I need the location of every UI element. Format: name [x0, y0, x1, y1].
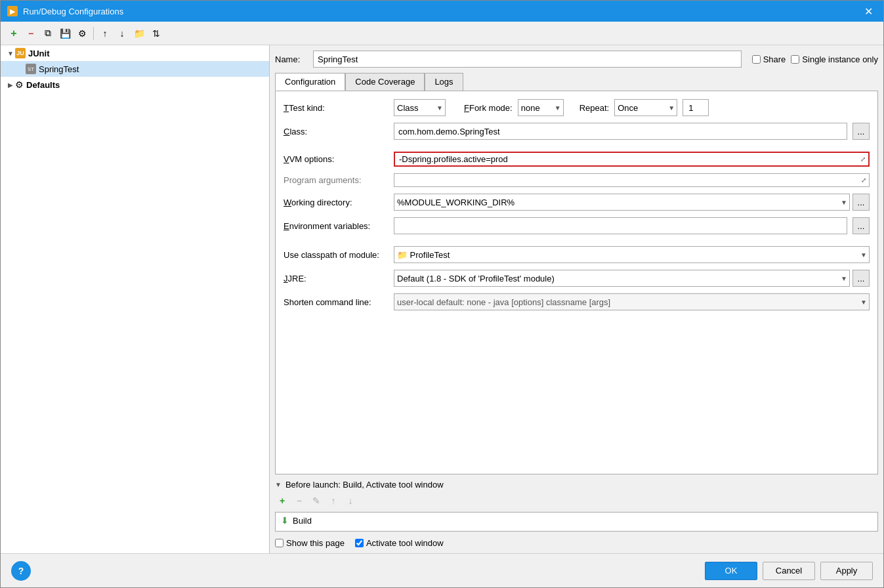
move-up-button[interactable]: ↑: [97, 26, 113, 41]
help-button[interactable]: ?: [11, 561, 31, 581]
show-page-checkbox[interactable]: [275, 539, 284, 547]
before-launch-label: Before launch: Build, Activate tool wind…: [285, 480, 444, 490]
defaults-triangle: ▶: [6, 80, 15, 89]
tab-configuration[interactable]: Configuration: [275, 73, 345, 91]
fork-mode-select[interactable]: none method class: [518, 99, 564, 116]
tab-code-coverage[interactable]: Code Coverage: [345, 73, 425, 91]
sidebar-item-springtest[interactable]: ▶ ST SpringTest: [1, 61, 269, 77]
env-vars-input[interactable]: [394, 217, 847, 234]
share-label: Share: [763, 54, 786, 64]
shorten-cmd-select[interactable]: user-local default: none - java [options…: [394, 293, 870, 310]
dialog-footer: ? OK Cancel Apply: [1, 553, 883, 587]
working-dir-label: Working directory:: [284, 198, 389, 207]
before-launch-section: ▼ Before launch: Build, Activate tool wi…: [275, 480, 878, 548]
shorten-cmd-row: Shorten command line: user-local default…: [284, 293, 870, 310]
working-dir-browse-button[interactable]: ...: [852, 194, 870, 211]
jre-select-wrapper: Default (1.8 - SDK of 'ProfileTest' modu…: [394, 270, 850, 287]
tab-logs[interactable]: Logs: [425, 73, 463, 91]
classpath-row: Use classpath of module: 📁 ProfileTest ▼: [284, 246, 870, 263]
before-launch-toolbar: + − ✎ ↑ ↓: [275, 494, 878, 508]
show-page-label: Show this page: [286, 538, 345, 548]
jre-browse-button[interactable]: ...: [852, 270, 870, 287]
jre-controls: Default (1.8 - SDK of 'ProfileTest' modu…: [394, 270, 870, 287]
sort-button[interactable]: ⇅: [148, 26, 164, 41]
working-dir-row: Working directory: %MODULE_WORKING_DIR% …: [284, 194, 870, 211]
vm-options-label: VVM options:: [284, 154, 389, 164]
working-dir-select[interactable]: %MODULE_WORKING_DIR%: [394, 194, 850, 211]
class-row: Class: ...: [284, 123, 870, 140]
name-label: Name:: [275, 54, 308, 64]
working-dir-select-wrapper: %MODULE_WORKING_DIR% ▼: [394, 194, 850, 211]
fork-mode-select-wrapper: none method class ▼: [518, 99, 564, 116]
program-args-input[interactable]: [394, 174, 858, 186]
before-launch-add-button[interactable]: +: [275, 494, 289, 508]
apply-button[interactable]: Apply: [820, 562, 873, 580]
class-browse-button[interactable]: ...: [852, 123, 870, 140]
test-kind-select[interactable]: Class Method Pattern Category: [394, 99, 446, 116]
sidebar-item-defaults[interactable]: ▶ ⚙ Defaults: [1, 77, 269, 93]
defaults-label: Defaults: [26, 80, 60, 90]
single-instance-checkbox[interactable]: [791, 55, 799, 64]
share-checkbox[interactable]: [752, 55, 761, 64]
test-kind-underline: T: [284, 103, 289, 113]
before-launch-edit-button[interactable]: ✎: [309, 494, 324, 508]
repeat-count-input[interactable]: [683, 99, 709, 116]
settings-button[interactable]: ⚙: [74, 26, 90, 41]
title-bar-left: ▶ Run/Debug Configurations: [7, 6, 123, 16]
class-input[interactable]: [394, 123, 847, 140]
before-launch-remove-button[interactable]: −: [292, 494, 306, 508]
show-page-checkbox-label[interactable]: Show this page: [275, 538, 345, 548]
working-dir-controls: %MODULE_WORKING_DIR% ▼ ...: [394, 194, 870, 211]
vm-options-input[interactable]: [395, 153, 858, 165]
add-config-button[interactable]: +: [6, 26, 22, 41]
move-down-button[interactable]: ↓: [114, 26, 130, 41]
env-vars-browse-button[interactable]: ...: [852, 217, 870, 234]
spacer-2: [284, 241, 870, 246]
ok-button[interactable]: OK: [705, 562, 757, 580]
window-title: Run/Debug Configurations: [23, 7, 123, 16]
sidebar-item-junit[interactable]: ▼ JU JUnit: [1, 45, 269, 61]
program-args-label: Program arguments:: [284, 175, 389, 185]
jre-select[interactable]: Default (1.8 - SDK of 'ProfileTest' modu…: [394, 270, 850, 287]
save-config-button[interactable]: 💾: [57, 26, 73, 41]
footer-buttons: OK Cancel Apply: [705, 562, 873, 580]
classpath-select[interactable]: 📁 ProfileTest: [394, 246, 870, 263]
test-kind-select-wrapper: Class Method Pattern Category ▼: [394, 99, 446, 116]
build-icon: ⬇: [281, 515, 289, 526]
jre-row: JJRE: Default (1.8 - SDK of 'ProfileTest…: [284, 270, 870, 287]
share-checkbox-label[interactable]: Share: [752, 54, 786, 64]
program-args-expand-button[interactable]: ⤢: [858, 175, 869, 185]
junit-icon: JU: [15, 48, 26, 58]
content-area: ▼ JU JUnit ▶ ST SpringTest ▶ ⚙ Defaults: [1, 45, 883, 553]
jre-label: JJRE:: [284, 274, 389, 284]
remove-config-button[interactable]: −: [23, 26, 39, 41]
before-launch-triangle[interactable]: ▼: [275, 481, 282, 488]
activate-tool-window-checkbox[interactable]: [355, 539, 364, 547]
close-button[interactable]: ✕: [860, 4, 877, 19]
single-instance-label: Single instance only: [802, 54, 878, 64]
program-args-container: ⤢: [394, 173, 870, 187]
activate-tool-window-label: Activate tool window: [366, 538, 444, 548]
title-bar: ▶ Run/Debug Configurations ✕: [1, 1, 883, 22]
before-launch-down-button[interactable]: ↓: [343, 494, 358, 508]
activate-tool-window-checkbox-label[interactable]: Activate tool window: [355, 538, 444, 548]
repeat-label: Repeat:: [579, 103, 610, 113]
single-instance-checkbox-label[interactable]: Single instance only: [791, 54, 878, 64]
toolbar: + − ⧉ 💾 ⚙ ↑ ↓ 📁 ⇅: [1, 22, 883, 45]
program-args-row: Program arguments: ⤢: [284, 173, 870, 187]
before-launch-up-button[interactable]: ↑: [326, 494, 341, 508]
repeat-select[interactable]: Once N Times Until Stop Until Failure: [614, 99, 677, 116]
before-launch-header: ▼ Before launch: Build, Activate tool wi…: [275, 480, 878, 490]
build-item: ⬇ Build: [278, 514, 875, 527]
fork-mode-label: FFork mode:: [464, 103, 513, 113]
class-label: Class:: [284, 127, 389, 136]
vm-options-expand-button[interactable]: ⤢: [858, 154, 868, 164]
folder-button[interactable]: 📁: [131, 26, 147, 41]
copy-config-button[interactable]: ⧉: [40, 26, 56, 41]
main-panel: Name: Share Single instance only Configu…: [270, 45, 883, 553]
cancel-button[interactable]: Cancel: [763, 562, 815, 580]
env-vars-row: Environment variables: ...: [284, 217, 870, 234]
shorten-cmd-select-wrapper: user-local default: none - java [options…: [394, 293, 870, 310]
name-input[interactable]: [313, 51, 742, 68]
springtest-label: SpringTest: [39, 64, 79, 74]
